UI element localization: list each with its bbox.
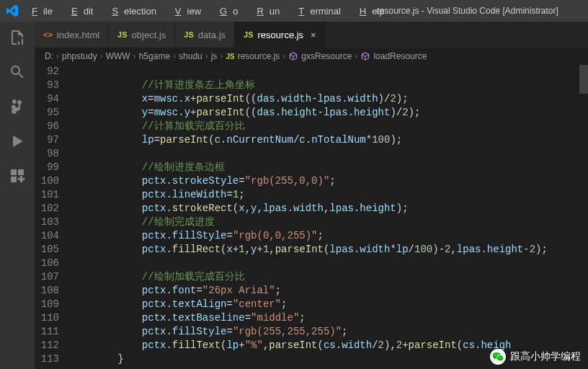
code-editor[interactable]: 9293949596979899100101102103104105106107…: [35, 65, 588, 369]
menu-selection[interactable]: Selection: [106, 3, 167, 19]
symbol-icon: [360, 51, 370, 61]
tab-data-js[interactable]: JSdata.js: [175, 22, 235, 48]
breadcrumb-item[interactable]: WWW: [106, 51, 130, 61]
extensions-icon[interactable]: [9, 167, 26, 184]
chevron-right-icon: ›: [133, 51, 136, 61]
explorer-icon[interactable]: [9, 29, 26, 46]
editor-tabs: <>index.htmlJSobject.jsJSdata.jsJSresour…: [35, 22, 588, 48]
html-file-icon: <>: [43, 30, 53, 39]
chevron-right-icon: ›: [173, 51, 176, 61]
menu-file[interactable]: File: [26, 3, 64, 19]
tab-resource-js[interactable]: JSresource.js×: [235, 22, 326, 48]
chevron-right-icon: ›: [355, 51, 357, 61]
wechat-icon: [490, 349, 506, 365]
code-content[interactable]: //计算进度条左上角坐标 x=mwsc.x+parseInt((das.widt…: [69, 65, 588, 369]
menu-edit[interactable]: Edit: [66, 3, 104, 19]
js-file-icon: JS: [184, 30, 193, 39]
menu-go[interactable]: Go: [214, 3, 249, 19]
breadcrumb-item[interactable]: shudu: [179, 51, 202, 61]
breadcrumb-item[interactable]: phpstudy: [62, 51, 97, 61]
js-file-icon: JS: [244, 30, 253, 39]
breadcrumb-item[interactable]: gxsResource: [301, 51, 352, 61]
watermark: 跟高小帅学编程: [490, 349, 581, 365]
breadcrumb-item[interactable]: D:: [45, 51, 53, 61]
chevron-right-icon: ›: [205, 51, 208, 61]
close-icon[interactable]: ×: [311, 30, 316, 40]
source-control-icon[interactable]: [9, 98, 26, 115]
breadcrumb-item[interactable]: loadResource: [373, 51, 427, 61]
tab-label: resource.js: [258, 30, 304, 40]
breadcrumb-item[interactable]: resource.js: [238, 51, 280, 61]
run-debug-icon[interactable]: [9, 133, 26, 150]
tab-index-html[interactable]: <>index.html: [35, 22, 109, 48]
menu-bar: File Edit Selection View Go Run Terminal…: [26, 3, 396, 19]
tab-label: index.html: [57, 30, 99, 40]
tab-label: object.js: [132, 30, 166, 40]
activity-bar: [0, 22, 35, 369]
chevron-right-icon: ›: [282, 51, 285, 61]
watermark-text: 跟高小帅学编程: [510, 350, 581, 363]
breadcrumb-item[interactable]: h5game: [139, 51, 170, 61]
tab-label: data.js: [198, 30, 226, 40]
scrollbar-thumb[interactable]: [579, 65, 588, 94]
menu-terminal[interactable]: Terminal: [293, 3, 352, 19]
chevron-right-icon: ›: [220, 51, 223, 61]
search-icon[interactable]: [9, 63, 26, 81]
breadcrumb-item[interactable]: js: [211, 51, 218, 61]
title-bar: File Edit Selection View Go Run Terminal…: [0, 0, 588, 22]
window-title: resource.js - Visual Studio Code [Admini…: [353, 6, 582, 16]
symbol-icon: [288, 51, 298, 61]
breadcrumb[interactable]: D:›phpstudy›WWW›h5game›shudu›js›JSresour…: [35, 48, 588, 65]
tab-object-js[interactable]: JSobject.js: [109, 22, 175, 48]
line-gutter: 9293949596979899100101102103104105106107…: [35, 65, 69, 369]
chevron-right-icon: ›: [56, 51, 59, 61]
js-file-icon: JS: [226, 53, 234, 61]
menu-run[interactable]: Run: [251, 3, 291, 19]
chevron-right-icon: ›: [100, 51, 103, 61]
menu-view[interactable]: View: [169, 3, 213, 19]
js-file-icon: JS: [117, 30, 127, 39]
vscode-logo-icon: [6, 4, 19, 17]
